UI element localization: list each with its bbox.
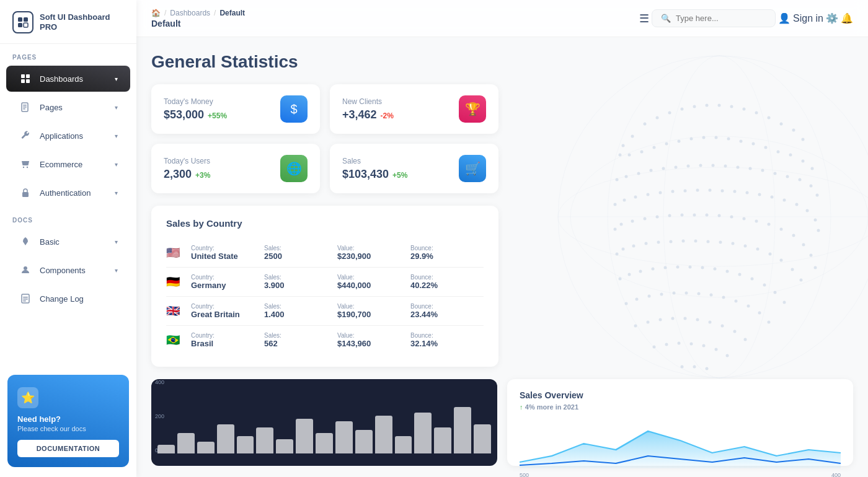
search-input[interactable] bbox=[676, 14, 763, 23]
sidebar-item-dashboards[interactable]: Dashboards ▾ bbox=[6, 66, 130, 92]
topbar: 🏠 / Dashboards / Default Default ☰ 🔍 👤 S… bbox=[136, 0, 868, 37]
svg-point-154 bbox=[710, 294, 713, 297]
svg-point-109 bbox=[768, 223, 771, 226]
svg-point-74 bbox=[799, 178, 802, 182]
sidebar-item-basic[interactable]: Basic ▾ bbox=[6, 229, 130, 255]
svg-point-43 bbox=[628, 154, 631, 157]
svg-point-175 bbox=[715, 348, 718, 351]
notifications-button[interactable]: 🔔 bbox=[841, 12, 853, 24]
settings-button[interactable]: ⚙️ bbox=[826, 12, 838, 24]
svg-point-114 bbox=[814, 266, 817, 269]
stat-money-label: Today's Money bbox=[164, 97, 227, 106]
chart-y-label-400: 400 bbox=[831, 472, 841, 477]
lock-icon bbox=[19, 186, 32, 199]
svg-point-51 bbox=[727, 138, 730, 141]
documentation-button[interactable]: DOCUMENTATION bbox=[17, 440, 119, 457]
svg-rect-6 bbox=[21, 79, 25, 83]
svg-point-71 bbox=[761, 169, 764, 172]
svg-point-159 bbox=[768, 321, 771, 324]
search-box: 🔍 bbox=[652, 9, 776, 27]
svg-point-166 bbox=[709, 321, 712, 324]
svg-point-56 bbox=[789, 154, 792, 157]
svg-point-141 bbox=[726, 270, 729, 273]
svg-point-70 bbox=[749, 167, 752, 170]
bar-10 bbox=[355, 430, 373, 453]
svg-point-34 bbox=[743, 108, 746, 111]
svg-point-58 bbox=[811, 167, 814, 170]
signin-button[interactable]: 👤 Sign in bbox=[778, 12, 823, 24]
svg-point-88 bbox=[746, 191, 749, 195]
stat-clients-label: New Clients bbox=[342, 97, 394, 106]
sales-country-title: Sales by Country bbox=[166, 218, 484, 229]
svg-point-126 bbox=[744, 245, 747, 248]
svg-point-13 bbox=[27, 167, 28, 168]
bottom-charts: 400 200 0 Sales Overview ↑ 4% more in 20… bbox=[151, 379, 853, 466]
svg-point-132 bbox=[619, 278, 622, 281]
svg-point-102 bbox=[681, 214, 684, 217]
logo-area: Soft UI Dashboard PRO bbox=[0, 0, 136, 44]
svg-point-63 bbox=[662, 167, 665, 170]
svg-point-148 bbox=[636, 298, 639, 301]
svg-point-170 bbox=[653, 346, 656, 349]
stat-card-clients: New Clients +3,462 -2% 🏆 bbox=[330, 84, 498, 134]
svg-point-48 bbox=[690, 138, 693, 141]
sidebar-item-ecommerce[interactable]: Ecommerce ▾ bbox=[6, 151, 130, 177]
bar-9 bbox=[335, 421, 353, 453]
sidebar-item-components[interactable]: Components ▾ bbox=[6, 257, 130, 283]
svg-point-139 bbox=[701, 266, 704, 269]
svg-point-50 bbox=[715, 136, 718, 139]
bar-6 bbox=[276, 439, 293, 453]
sidebar-item-authentication[interactable]: Authentication ▾ bbox=[6, 180, 130, 206]
hamburger-button[interactable]: ☰ bbox=[639, 12, 649, 25]
svg-rect-5 bbox=[26, 74, 30, 78]
svg-rect-7 bbox=[26, 79, 30, 83]
svg-point-31 bbox=[706, 104, 709, 107]
country-row-br: 🇧🇷 Country: Brasil Sales: 562 Value: $14… bbox=[166, 326, 484, 354]
chevron-down-icon: ▾ bbox=[115, 133, 118, 139]
sidebar-item-changelog[interactable]: Change Log bbox=[6, 286, 130, 312]
svg-point-125 bbox=[732, 242, 735, 245]
svg-point-65 bbox=[687, 165, 690, 168]
help-title: Need help? bbox=[17, 414, 119, 424]
country-row-us: 🇺🇸 Country: United State Sales: 2500 Val… bbox=[166, 239, 484, 268]
svg-point-64 bbox=[675, 166, 678, 169]
svg-rect-10 bbox=[23, 107, 27, 108]
breadcrumb-page: Default bbox=[219, 9, 245, 17]
bar-15 bbox=[454, 407, 471, 453]
sidebar-item-applications[interactable]: Applications ▾ bbox=[6, 123, 130, 149]
svg-point-124 bbox=[719, 241, 722, 244]
country-col-br: Country: Brasil bbox=[191, 332, 264, 348]
svg-point-66 bbox=[699, 164, 702, 167]
svg-point-108 bbox=[755, 220, 758, 223]
stat-card-money: Today's Money $53,000 +55% $ bbox=[151, 84, 320, 134]
country-value-us: Value: $230,900 bbox=[337, 245, 410, 261]
logo-icon bbox=[12, 11, 33, 33]
svg-point-81 bbox=[659, 191, 662, 195]
svg-point-82 bbox=[671, 190, 675, 193]
svg-point-142 bbox=[738, 273, 742, 276]
bar-chart-card: 400 200 0 bbox=[151, 379, 497, 466]
de-flag: 🇩🇪 bbox=[166, 276, 184, 288]
stat-sales-change: +5% bbox=[392, 171, 407, 180]
sidebar-components-label: Components bbox=[40, 266, 86, 275]
breadcrumb: 🏠 / Dashboards / Default bbox=[151, 9, 245, 17]
stats-grid: Today's Money $53,000 +55% $ New Clients… bbox=[151, 84, 498, 193]
person-icon bbox=[19, 263, 32, 277]
svg-point-96 bbox=[614, 228, 617, 231]
bar-14 bbox=[434, 427, 451, 453]
svg-point-134 bbox=[639, 270, 642, 273]
svg-point-131 bbox=[800, 279, 803, 282]
svg-point-94 bbox=[814, 219, 817, 222]
svg-point-101 bbox=[668, 214, 671, 217]
br-flag: 🇧🇷 bbox=[166, 334, 184, 346]
svg-point-117 bbox=[632, 245, 636, 248]
svg-point-160 bbox=[634, 325, 637, 328]
svg-point-176 bbox=[726, 354, 729, 357]
breadcrumb-sep2: / bbox=[214, 9, 216, 17]
sidebar-item-pages[interactable]: Pages ▾ bbox=[6, 94, 130, 120]
sidebar-dashboards-label: Dashboards bbox=[40, 74, 83, 84]
gb-flag: 🇬🇧 bbox=[166, 305, 184, 317]
svg-point-12 bbox=[23, 167, 24, 168]
svg-point-28 bbox=[668, 112, 671, 115]
svg-point-85 bbox=[709, 189, 712, 192]
